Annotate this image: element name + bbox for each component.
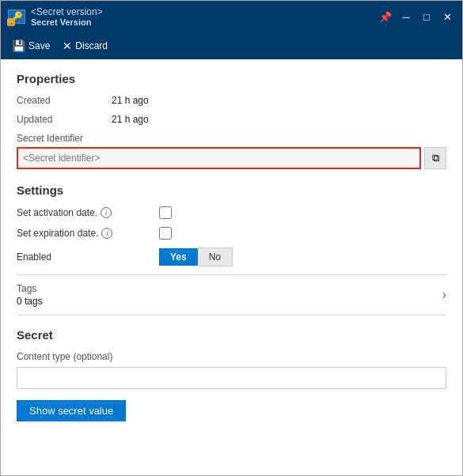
activation-row: Set activation date. i (17, 206, 446, 219)
updated-row: Updated 21 h ago (17, 114, 446, 125)
show-secret-button[interactable]: Show secret value (17, 400, 126, 421)
save-label: Save (28, 40, 50, 51)
close-button[interactable]: ✕ (438, 8, 456, 25)
tags-label: Tags (17, 283, 43, 294)
expiration-row: Set expiration date. i (17, 227, 446, 240)
save-icon: 💾 (12, 40, 25, 52)
yes-button[interactable]: Yes (159, 248, 198, 266)
no-button[interactable]: No (198, 247, 233, 266)
secret-title: Secret (17, 328, 446, 342)
activation-label: Set activation date. i (17, 207, 151, 218)
window-main-title: <Secret version> (31, 6, 103, 17)
main-window: 🔑 🔒 <Secret version> Secret Version 📌 ─ … (0, 0, 463, 476)
updated-value: 21 h ago (112, 114, 149, 125)
discard-button[interactable]: ✕ Discard (58, 37, 112, 55)
enabled-label: Enabled (17, 251, 151, 263)
title-bar-left: 🔑 🔒 <Secret version> Secret Version (7, 6, 103, 27)
lock-icon: 🔒 (7, 18, 15, 26)
tags-row[interactable]: Tags 0 tags › (17, 274, 446, 315)
settings-section: Settings Set activation date. i Set expi… (17, 183, 446, 266)
content-type-input[interactable] (17, 367, 446, 389)
tags-left: Tags 0 tags (17, 283, 43, 307)
content-area: Properties Created 21 h ago Updated 21 h… (1, 59, 462, 475)
secret-section: Secret Content type (optional) Show secr… (17, 328, 446, 421)
discard-icon: ✕ (63, 40, 72, 52)
save-button[interactable]: 💾 Save (7, 37, 55, 55)
toolbar: 💾 Save ✕ Discard (1, 32, 462, 59)
title-bar-text: <Secret version> Secret Version (31, 6, 103, 27)
copy-button[interactable]: ⧉ (424, 147, 446, 169)
settings-title: Settings (17, 183, 446, 197)
activation-checkbox[interactable] (159, 206, 172, 219)
maximize-button[interactable]: □ (418, 8, 435, 25)
discard-label: Discard (75, 40, 108, 51)
copy-icon: ⧉ (432, 152, 439, 164)
activation-info-icon[interactable]: i (101, 207, 112, 218)
secret-identifier-input[interactable] (17, 147, 421, 169)
properties-title: Properties (17, 72, 446, 85)
window-controls: 📌 ─ □ ✕ (377, 8, 456, 25)
pin-button[interactable]: 📌 (377, 8, 394, 25)
enabled-row: Enabled Yes No (17, 247, 446, 266)
expiration-checkbox[interactable] (159, 227, 172, 240)
updated-label: Updated (17, 114, 112, 125)
created-value: 21 h ago (112, 95, 149, 106)
secret-identifier-label: Secret Identifier (17, 133, 446, 144)
created-label: Created (17, 95, 112, 106)
expiration-info-icon[interactable]: i (101, 228, 112, 239)
tags-count: 0 tags (17, 296, 43, 307)
minimize-button[interactable]: ─ (397, 8, 415, 25)
secret-identifier-row: ⧉ (17, 147, 446, 169)
content-type-label: Content type (optional) (17, 351, 446, 362)
app-icon: 🔑 🔒 (7, 7, 26, 26)
title-bar: 🔑 🔒 <Secret version> Secret Version 📌 ─ … (1, 1, 462, 32)
tags-chevron-icon: › (442, 288, 446, 302)
enabled-toggle: Yes No (159, 247, 233, 266)
created-row: Created 21 h ago (17, 95, 446, 106)
properties-section: Properties Created 21 h ago Updated 21 h… (17, 72, 446, 169)
window-sub-title: Secret Version (31, 17, 103, 27)
expiration-label: Set expiration date. i (17, 228, 151, 239)
